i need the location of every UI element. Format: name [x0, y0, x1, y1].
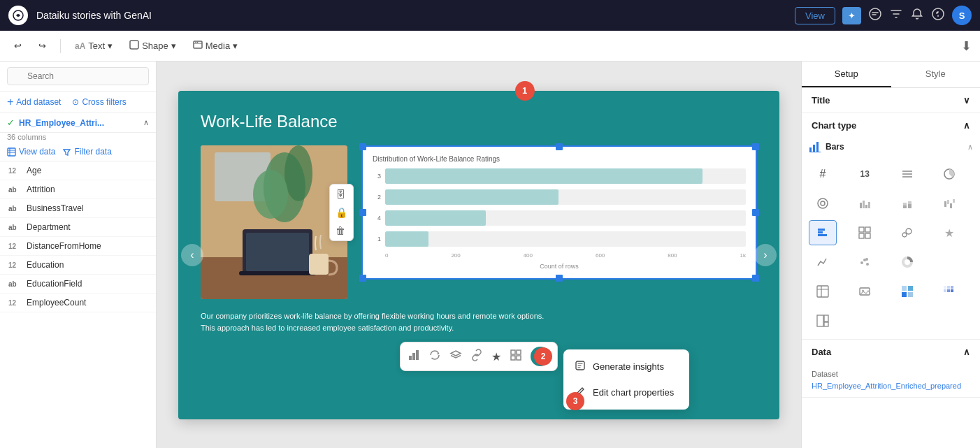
ct-donut[interactable]: [809, 191, 837, 216]
cross-filters-button[interactable]: ⊙ Cross filters: [72, 97, 126, 107]
ct-line[interactable]: [809, 250, 837, 275]
resize-handle-bm[interactable]: [556, 275, 563, 282]
ct-treemap[interactable]: [809, 308, 837, 333]
text-button[interactable]: aA Text ▾: [69, 38, 118, 54]
filter-data-button[interactable]: Filter data: [62, 147, 111, 157]
field-item[interactable]: 12Education: [0, 256, 156, 275]
bt-refresh-icon[interactable]: [428, 349, 441, 364]
ct-pivot-table[interactable]: [809, 279, 837, 304]
genai-button[interactable]: ✦: [842, 7, 861, 24]
tab-style[interactable]: Style: [891, 62, 981, 87]
svg-rect-30: [809, 152, 821, 152]
ct-waterfall[interactable]: [935, 191, 963, 216]
ct-bars-horizontal[interactable]: [809, 220, 837, 245]
ct-image[interactable]: [851, 279, 879, 304]
svg-point-13: [253, 170, 288, 219]
chat-icon[interactable]: [868, 7, 882, 24]
shape-button[interactable]: Shape ▾: [124, 37, 182, 55]
help-icon[interactable]: [931, 7, 945, 24]
dataset-cols: 36 columns: [0, 133, 156, 144]
ct-scatter[interactable]: [851, 250, 879, 275]
media-button[interactable]: Media ▾: [187, 37, 243, 55]
undo-button[interactable]: ↩: [8, 38, 27, 54]
ct-density[interactable]: [935, 279, 963, 304]
field-item[interactable]: abBusinessTravel: [0, 199, 156, 218]
resize-handle-bl[interactable]: [359, 275, 366, 282]
svg-rect-63: [902, 286, 907, 291]
svg-rect-29: [816, 142, 819, 152]
svg-rect-75: [824, 322, 828, 326]
slide-prev-arrow[interactable]: ‹: [181, 244, 203, 266]
add-dataset-label: Add dataset: [16, 97, 61, 107]
resize-handle-tr[interactable]: [752, 143, 759, 150]
svg-rect-46: [818, 229, 825, 231]
generate-insights-item[interactable]: Generate insights: [563, 354, 689, 380]
field-type-badge: ab: [8, 186, 21, 194]
field-item[interactable]: 12Age: [0, 161, 156, 180]
user-avatar[interactable]: S: [952, 6, 972, 25]
bt-grid-icon[interactable]: [510, 349, 522, 364]
panel-section-data: Data ∧ Dataset HR_Employee_Attrition_Enr…: [802, 340, 980, 398]
field-item[interactable]: 12DistanceFromHome: [0, 237, 156, 256]
title-section-header[interactable]: Title ∨: [802, 88, 980, 113]
ct-number[interactable]: #: [809, 161, 837, 187]
download-icon[interactable]: ⬇: [961, 38, 972, 54]
filter-icon[interactable]: [889, 7, 903, 24]
ct-radial[interactable]: [893, 250, 921, 275]
data-section-header[interactable]: Data ∧: [802, 340, 980, 364]
field-type-badge: 12: [8, 261, 21, 269]
dataset-chevron-icon[interactable]: ∧: [143, 118, 149, 127]
badge-1: 1: [515, 81, 535, 101]
field-item[interactable]: abDepartment: [0, 218, 156, 237]
bell-icon[interactable]: [910, 7, 924, 24]
db-icon[interactable]: 🗄: [336, 189, 347, 200]
ct-bar-stacked[interactable]: [893, 191, 921, 216]
resize-handle-ml[interactable]: [359, 209, 366, 216]
svg-rect-45: [953, 199, 955, 203]
toolbar: ↩ ↪ aA Text ▾ Shape ▾ Media ▾ ⬇: [0, 31, 980, 62]
bt-layer-icon[interactable]: [449, 349, 462, 364]
resize-handle-tl[interactable]: [359, 143, 366, 150]
ct-table-num[interactable]: 13: [851, 161, 879, 187]
field-name: Department: [27, 222, 71, 232]
bt-bar-icon[interactable]: [408, 349, 420, 364]
field-item[interactable]: abAttrition: [0, 180, 156, 199]
badge-3-wrap: 3: [566, 392, 584, 410]
svg-point-2: [932, 8, 944, 20]
bt-link-icon[interactable]: [470, 349, 483, 364]
resize-handle-br[interactable]: [752, 275, 759, 282]
svg-point-58: [865, 258, 868, 261]
ct-list[interactable]: [893, 161, 921, 187]
ct-bar-grouped[interactable]: [851, 191, 879, 216]
ct-star[interactable]: ★: [935, 220, 963, 245]
ct-grid[interactable]: [851, 220, 879, 245]
resize-handle-tm[interactable]: [556, 143, 563, 150]
search-input[interactable]: [7, 67, 149, 85]
redo-button[interactable]: ↪: [33, 38, 52, 54]
trash-icon[interactable]: 🗑: [336, 225, 347, 236]
add-dataset-button[interactable]: + Add dataset: [7, 96, 61, 108]
field-item[interactable]: abEducationField: [0, 275, 156, 294]
chart-axis-label: 1k: [740, 252, 746, 259]
view-data-button[interactable]: View data: [7, 147, 55, 157]
ct-scatter-bubble[interactable]: [893, 220, 921, 245]
chart-type-grid: # 13: [802, 156, 980, 339]
resize-handle-mr[interactable]: [752, 209, 759, 216]
bars-chevron-icon[interactable]: ∧: [967, 143, 973, 152]
view-button[interactable]: View: [795, 7, 835, 24]
svg-rect-70: [944, 289, 946, 292]
bt-star-icon[interactable]: ★: [491, 350, 501, 363]
ct-pie[interactable]: [935, 161, 963, 187]
lock-icon[interactable]: 🔒: [336, 207, 347, 218]
svg-rect-67: [944, 286, 946, 289]
tab-setup[interactable]: Setup: [802, 62, 891, 87]
text-size-label: aA: [75, 41, 85, 51]
field-item[interactable]: 12EmployeeCount: [0, 294, 156, 312]
slide-next-arrow[interactable]: ›: [754, 244, 777, 266]
redo-icon: ↪: [38, 41, 46, 51]
add-row: + Add dataset ⊙ Cross filters: [0, 92, 156, 113]
chart-bar-row: 2: [373, 189, 746, 205]
chart-type-section-header[interactable]: Chart type ∧: [802, 113, 980, 138]
dataset-name[interactable]: HR_Employee_Attri...: [19, 118, 139, 128]
ct-heatmap[interactable]: [893, 279, 921, 304]
